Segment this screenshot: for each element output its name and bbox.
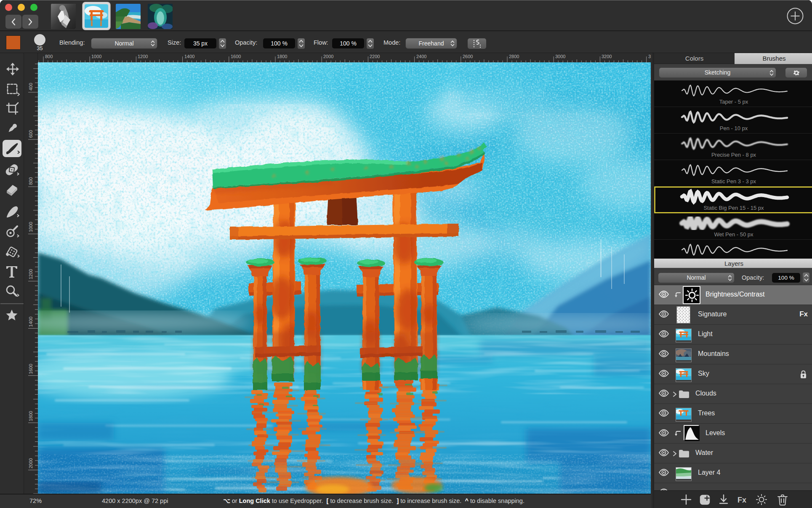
svg-text:3400: 3400 [648,54,651,59]
svg-text:400: 400 [28,83,33,91]
svg-text:2000: 2000 [323,54,333,59]
svg-text:800: 800 [45,54,53,59]
svg-text:Static Pen 3 - 3 px: Static Pen 3 - 3 px [711,178,756,184]
svg-text:2000: 2000 [28,458,33,468]
svg-text:1600: 1600 [28,364,33,374]
svg-text:1000: 1000 [91,54,101,59]
svg-text:1600: 1600 [231,54,241,59]
svg-text:800: 800 [28,177,33,185]
svg-text:Wet Pen - 50 px: Wet Pen - 50 px [714,231,753,238]
svg-text:Precise Pen - 8 px: Precise Pen - 8 px [711,152,756,158]
svg-text:1400: 1400 [28,317,33,327]
svg-text:2200: 2200 [370,54,380,59]
svg-text:Pen - 10 px: Pen - 10 px [720,125,748,131]
svg-text:1200: 1200 [28,269,33,279]
svg-text:Taper - 5 px: Taper - 5 px [719,99,748,105]
svg-text:Fx: Fx [737,496,746,504]
svg-text:2600: 2600 [463,54,473,59]
svg-text:3200: 3200 [602,54,612,59]
svg-text:Static Big Pen 15 - 15 px: Static Big Pen 15 - 15 px [703,205,764,211]
svg-text:1800: 1800 [28,411,33,421]
svg-text:2800: 2800 [509,54,519,59]
svg-text:1800: 1800 [277,54,287,59]
svg-text:1400: 1400 [184,54,194,59]
svg-text:3000: 3000 [555,54,565,59]
svg-text:1000: 1000 [28,222,33,232]
svg-text:1200: 1200 [138,54,148,59]
svg-text:600: 600 [28,130,33,138]
svg-text:2400: 2400 [416,54,426,59]
